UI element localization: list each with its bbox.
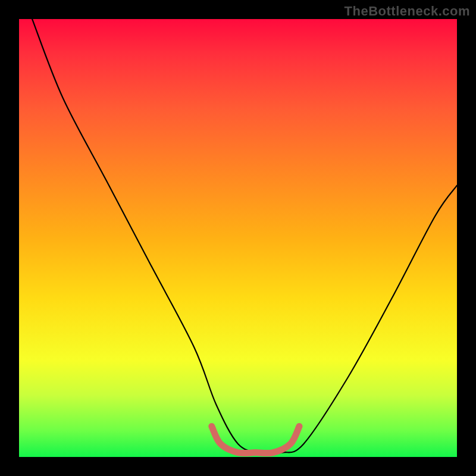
chart-frame: TheBottleneck.com: [0, 0, 476, 476]
watermark-text: TheBottleneck.com: [345, 4, 470, 19]
bottleneck-curve: [32, 19, 457, 453]
trough-marker: [212, 427, 299, 453]
curve-layer: [19, 19, 457, 457]
plot-area: [19, 19, 457, 457]
